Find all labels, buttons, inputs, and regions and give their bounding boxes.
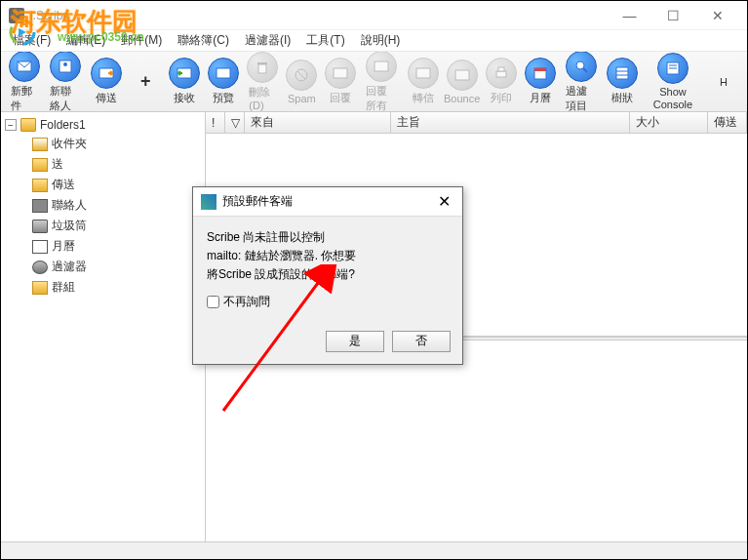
tree-outbox[interactable]: 傳送 (24, 175, 201, 195)
tree-inbox[interactable]: 收件夾 (24, 134, 201, 154)
tree-icon (607, 58, 638, 89)
send-button[interactable]: 傳送 (87, 56, 126, 107)
plus-button[interactable]: + (126, 69, 165, 94)
col-size[interactable]: 大小 (630, 112, 708, 133)
dialog-buttons: 是 否 (193, 323, 462, 364)
inbox-icon (32, 138, 48, 151)
close-button[interactable]: ✕ (695, 1, 739, 30)
svg-rect-23 (616, 67, 628, 79)
dialog-title: 預設郵件客端 (222, 193, 434, 210)
dialog-titlebar: 預設郵件客端 ✕ (193, 187, 462, 217)
minimize-button[interactable]: — (608, 1, 651, 30)
dialog-text-3: 將Scribe 設成預設的電郵端? (207, 265, 449, 284)
menu-mail[interactable]: 郵件(M) (113, 30, 170, 51)
tree-sent[interactable]: 送 (24, 154, 201, 175)
col-sent[interactable]: 傳送 (708, 112, 747, 133)
svg-line-12 (297, 71, 305, 79)
bounce-icon (447, 60, 478, 91)
reply-all-button[interactable]: 回覆所有 (360, 52, 403, 112)
col-attach[interactable]: ▽ (225, 112, 245, 133)
calendar-button[interactable]: 月曆 (521, 56, 560, 107)
tree-contacts[interactable]: 聯絡人 (24, 195, 201, 216)
receive-icon (169, 58, 200, 89)
menu-edit[interactable]: 編輯(E) (59, 30, 113, 51)
svg-rect-14 (374, 61, 388, 71)
svg-point-21 (576, 61, 584, 69)
forward-button[interactable]: 轉信 (404, 56, 443, 107)
svg-rect-17 (496, 71, 506, 77)
console-icon (657, 53, 689, 84)
calendar-icon (32, 240, 48, 254)
maximize-button[interactable]: ☐ (651, 1, 695, 30)
menu-filter[interactable]: 過濾器(I) (237, 30, 298, 51)
yes-button[interactable]: 是 (326, 331, 384, 352)
console-button[interactable]: Show Console (642, 52, 704, 112)
dialog-icon (201, 194, 217, 210)
app-icon (9, 8, 24, 23)
svg-rect-15 (416, 68, 430, 78)
menu-contacts[interactable]: 聯絡簿(C) (170, 30, 237, 51)
trash-icon (247, 52, 278, 83)
list-header: ! ▽ 來自 主旨 大小 傳送 (206, 112, 747, 134)
menubar: 檔案(F) 編輯(E) 郵件(M) 聯絡簿(C) 過濾器(I) 工具(T) 說明… (1, 30, 747, 52)
statusbar (1, 541, 747, 559)
new-contact-button[interactable]: 新聯絡人 (44, 52, 87, 112)
tree-filter[interactable]: 過濾器 (24, 257, 201, 277)
svg-rect-10 (257, 62, 267, 64)
col-flag[interactable]: ! (206, 112, 225, 133)
preview-pane (206, 340, 747, 542)
trash-icon (32, 220, 48, 233)
svg-rect-20 (534, 68, 546, 71)
preview-icon (208, 58, 239, 89)
folder-tree: − Folders1 收件夾 送 傳送 聯絡人 垃圾筒 月曆 過濾器 群組 (1, 112, 206, 541)
group-icon (32, 281, 48, 295)
spam-button[interactable]: Spam (282, 58, 321, 106)
plus-icon: + (140, 71, 151, 92)
dialog-text-1: Scribe 尚未註冊以控制 (207, 228, 449, 247)
col-from[interactable]: 來自 (245, 112, 391, 133)
tree-button[interactable]: 樹狀 (603, 56, 642, 107)
contact-icon (50, 52, 81, 82)
svg-line-22 (583, 68, 587, 72)
svg-rect-8 (217, 68, 230, 78)
sent-icon (32, 158, 48, 172)
print-button[interactable]: 列印 (482, 56, 521, 107)
tree-group[interactable]: 群組 (24, 277, 201, 298)
spam-icon (286, 60, 317, 91)
contacts-icon (32, 199, 48, 213)
collapse-icon[interactable]: − (5, 119, 17, 131)
filter-items-button[interactable]: 過濾項目 (560, 52, 603, 112)
folder-icon (20, 118, 36, 132)
h-button[interactable]: H (704, 74, 743, 90)
receive-button[interactable]: 接收 (165, 56, 204, 107)
default-mail-client-dialog: 預設郵件客端 ✕ Scribe 尚未註冊以控制 mailto: 鏈結於瀏覽器. … (192, 186, 463, 365)
delete-button[interactable]: 刪除(D) (243, 52, 282, 112)
tree-trash[interactable]: 垃圾筒 (24, 216, 201, 236)
forward-icon (408, 58, 439, 89)
no-button[interactable]: 否 (392, 331, 451, 352)
dont-ask-checkbox[interactable]: 不再詢問 (207, 293, 449, 311)
dialog-body: Scribe 尚未註冊以控制 mailto: 鏈結於瀏覽器. 你想要 將Scri… (193, 217, 462, 323)
menu-file[interactable]: 檔案(F) (5, 30, 59, 51)
svg-rect-16 (455, 70, 469, 80)
menu-tools[interactable]: 工具(T) (298, 30, 352, 51)
outbox-icon (32, 179, 48, 192)
tree-calendar[interactable]: 月曆 (24, 236, 201, 257)
tree-root[interactable]: − Folders1 (5, 116, 201, 134)
svg-rect-13 (334, 68, 347, 78)
svg-rect-18 (498, 67, 504, 71)
new-mail-button[interactable]: 新郵件 (5, 52, 44, 112)
dialog-close-button[interactable]: ✕ (434, 192, 454, 211)
menu-help[interactable]: 說明(H) (353, 30, 409, 51)
col-subject[interactable]: 主旨 (391, 112, 630, 133)
bounce-button[interactable]: Bounce (443, 58, 482, 106)
preview-button[interactable]: 預覽 (204, 56, 243, 107)
filter-icon (32, 260, 48, 274)
print-icon (486, 58, 517, 89)
dont-ask-input[interactable] (207, 296, 219, 308)
reply-button[interactable]: 回覆 (321, 56, 360, 107)
search-icon (566, 52, 597, 82)
mail-icon (9, 52, 40, 82)
svg-rect-9 (258, 64, 266, 73)
dialog-text-2: mailto: 鏈結於瀏覽器. 你想要 (207, 247, 449, 265)
